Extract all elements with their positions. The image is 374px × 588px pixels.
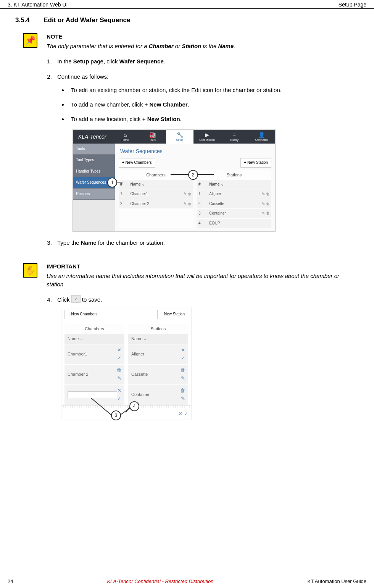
table-row: Aligner✕✓ [128, 344, 188, 365]
cancel-icon[interactable]: ✕ [178, 410, 182, 418]
delete-icon[interactable]: 🗑 [266, 202, 270, 206]
table-row: Cassette🗑✎ [128, 365, 188, 385]
col-chambers-title: Chambers [119, 170, 193, 180]
delete-icon[interactable]: 🗑 [180, 387, 185, 394]
col-stations-title: Stations [128, 324, 188, 334]
nav-setup[interactable]: 🔧Setup [166, 130, 193, 144]
screenshot-wafer-sequences: KLA-Tencor ⌂Home 🏭Tools 🔧Setup ▶User Mis… [73, 129, 276, 232]
nav-administration[interactable]: 👤Administrat [248, 130, 275, 144]
delete-icon[interactable]: 🗑 [266, 211, 270, 215]
important-heading: IMPORTANT [47, 263, 359, 270]
cancel-icon[interactable]: ✕ [117, 387, 121, 394]
confirm-icon[interactable]: ✓ [117, 355, 121, 362]
panel-title: Wafer Sequences [120, 147, 271, 155]
edit-icon[interactable]: ✎ [262, 192, 265, 196]
wrench-icon: 🔧 [166, 131, 193, 138]
cancel-icon[interactable]: ✕ [181, 347, 185, 354]
home-icon: ⌂ [111, 131, 139, 138]
table-row: 2Chamber 2✎ 🗑 [119, 199, 193, 209]
edit-icon[interactable]: ✎ [184, 192, 187, 196]
section-heading: 3.5.4 Edit or Add Wafer Sequence [15, 16, 359, 24]
important-text: Use an informative name that includes in… [47, 272, 359, 289]
section-number: 3.5.4 [15, 16, 42, 24]
edit-icon[interactable]: ✎ [262, 202, 265, 206]
note-heading: NOTE [47, 33, 359, 40]
confirm-icon[interactable]: ✓ [181, 355, 185, 362]
header-chapter: 3. KT Automation Web UI [8, 2, 68, 8]
step-3: Type the Name for the chamber or station… [53, 239, 359, 247]
col-chambers-title: Chambers [64, 324, 124, 334]
sidebar-item-tool-types[interactable]: Tool Types [73, 155, 115, 166]
sub-edit: To edit an existing chamber or station, … [68, 86, 359, 94]
confidential-notice: KLA-Tencor Confidential - Restricted Dis… [107, 578, 213, 584]
step-4: Click ✓ to save. + New Chambers + New St… [53, 295, 359, 420]
table-row: 3Container✎ 🗑 [197, 209, 271, 219]
sidebar-item-handler-types[interactable]: Handler Types [73, 166, 115, 178]
section-title: Edit or Add Wafer Sequence [44, 16, 130, 24]
new-station-button[interactable]: + New Station [240, 158, 271, 168]
page-number: 24 [8, 578, 13, 584]
tools-icon: 🏭 [139, 131, 166, 138]
pin-icon: 📌 [23, 33, 37, 48]
edit-icon[interactable]: ✎ [184, 202, 187, 206]
doc-title: KT Automation User Guide [308, 578, 366, 584]
edit-icon[interactable]: ✎ [117, 375, 121, 382]
play-icon: ▶ [193, 131, 221, 138]
note-text: The only parameter that is entered for a… [47, 42, 359, 50]
table-row: ✕✓ [64, 385, 124, 405]
page-footer: 24 KLA-Tencor Confidential - Restricted … [8, 577, 366, 584]
edit-icon[interactable]: ✎ [262, 211, 265, 215]
edit-icon[interactable]: ✎ [181, 375, 185, 382]
sub-new-chamber: To add a new chamber, click + New Chambe… [68, 100, 359, 109]
confirm-icon[interactable]: ✓ [184, 410, 188, 418]
nav-tools[interactable]: 🏭Tools [139, 130, 166, 144]
page-header: 3. KT Automation Web UI Setup Page [0, 0, 374, 9]
nav-user-mission[interactable]: ▶User Mission [193, 130, 221, 144]
screenshot-edit-save: + New Chambers + New Station Chambers Na… [61, 307, 192, 420]
delete-icon[interactable]: 🗑 [180, 367, 185, 374]
new-chambers-button[interactable]: + New Chambers [119, 158, 155, 168]
sidebar-item-tools[interactable]: Tools [73, 144, 115, 155]
step-1: In the Setup page, click Wafer Sequence. [53, 57, 359, 66]
app-logo: KLA-Tencor [73, 130, 111, 144]
callout-1: 1 [107, 178, 117, 187]
table-row: Chamber 2🗑✎ [64, 365, 124, 385]
table-row: 4EOUP [197, 218, 271, 228]
cancel-icon[interactable]: ✕ [117, 347, 121, 354]
table-row: Chamber1✕✓ [64, 344, 124, 365]
new-station-button[interactable]: + New Station [157, 310, 188, 319]
new-chambers-button[interactable]: + New Chambers [64, 310, 101, 319]
list-icon: ≡ [221, 131, 248, 138]
sidebar-item-recipes[interactable]: Recipes [73, 189, 115, 200]
delete-icon[interactable]: 🗑 [188, 202, 192, 206]
user-icon: 👤 [248, 131, 275, 138]
delete-icon[interactable]: 🗑 [116, 367, 121, 374]
delete-icon[interactable]: 🗑 [266, 192, 270, 196]
sub-new-station: To add a new location, click + New Stati… [68, 115, 359, 123]
table-row: 2Cassette✎ 🗑 [197, 199, 271, 209]
step-2: Continue as follows: To edit an existing… [53, 73, 359, 232]
header-section: Setup Page [339, 2, 366, 8]
checkmark-icon: ✓ [71, 295, 81, 303]
nav-history[interactable]: ≡History [221, 130, 248, 144]
confirm-icon[interactable]: ✓ [117, 395, 121, 402]
nav-home[interactable]: ⌂Home [111, 130, 139, 144]
hand-icon: ✋ [23, 263, 37, 278]
table-row: 1Aligner✎ 🗑 [197, 189, 271, 199]
delete-icon[interactable]: 🗑 [188, 192, 192, 196]
table-row: 1Chamber1✎ 🗑 [119, 189, 193, 199]
edit-icon[interactable]: ✎ [181, 395, 185, 402]
callout-2: 2 [188, 170, 198, 180]
col-stations-title: Stations [197, 170, 271, 180]
